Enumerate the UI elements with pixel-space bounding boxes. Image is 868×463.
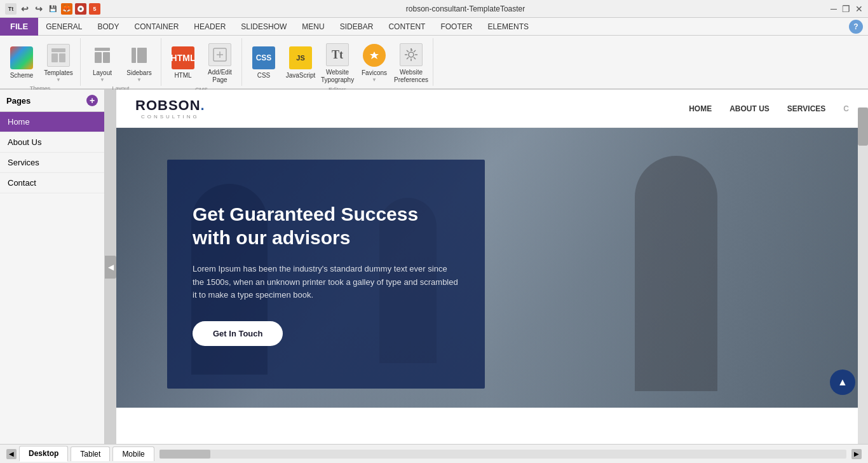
restore-button[interactable]: ❐ (842, 4, 850, 14)
scroll-thumb[interactable] (858, 107, 868, 146)
hero-body-text: Lorem Ipsum has been the industry's stan… (193, 263, 459, 302)
canvas-toggle-button[interactable]: ◀ (105, 256, 116, 279)
svg-rect-2 (51, 48, 65, 52)
scheme-tool[interactable]: Scheme (4, 41, 39, 85)
hero-cta-button[interactable]: Get In Touch (193, 321, 283, 346)
javascript-tool[interactable]: JS JavaScript (283, 41, 318, 85)
svg-point-14 (409, 52, 414, 57)
menu-tab-body[interactable]: BODY (90, 18, 127, 36)
sidebar-header: Pages + (0, 90, 104, 112)
logo-text: ROBSON (135, 97, 201, 113)
addedit-icon (208, 43, 231, 66)
canvas-area: ◀ ROBSON. CONSULTING HOME ABOUT US SERVI… (105, 90, 868, 444)
tablet-tab[interactable]: Tablet (71, 446, 110, 461)
horizontal-scroll-thumb[interactable] (159, 450, 210, 459)
chrome-icon[interactable] (75, 3, 86, 15)
svg-rect-9 (137, 48, 147, 63)
css-label: CSS (257, 72, 271, 79)
svg-rect-5 (95, 48, 110, 51)
scroll-left-arrow[interactable]: ◀ (6, 449, 17, 459)
templates-tool[interactable]: Templates ▼ (41, 41, 76, 85)
nav-about[interactable]: ABOUT US (729, 104, 770, 113)
desktop-tab[interactable]: Desktop (19, 446, 68, 462)
title-bar-left: Tt ↩ ↪ 💾 🦊 5 (5, 3, 100, 15)
css-tool[interactable]: CSS CSS (246, 41, 281, 85)
svg-point-1 (79, 8, 82, 10)
css-icon: CSS (252, 46, 275, 69)
sidebars-label: Sidebars (126, 69, 151, 77)
menu-tab-content[interactable]: CONTENT (381, 18, 433, 36)
preferences-icon (400, 43, 423, 66)
svg-line-19 (407, 50, 409, 52)
firefox-icon[interactable]: 🦊 (61, 3, 72, 15)
svg-rect-6 (95, 52, 102, 63)
site-navigation: ROBSON. CONSULTING HOME ABOUT US SERVICE… (116, 90, 868, 128)
javascript-icon: JS (289, 46, 312, 69)
layout-section: Layout ▼ Sidebars ▼ (81, 38, 161, 85)
svg-rect-3 (51, 53, 58, 62)
html-label: HTML (174, 72, 191, 79)
menu-tab-slideshow[interactable]: SLIDESHOW (233, 18, 294, 36)
preferences-label: WebsitePreferences (394, 69, 428, 84)
logo-subtitle: CONSULTING (135, 114, 205, 120)
scroll-up-button[interactable]: ▲ (830, 370, 855, 395)
html5-icon: 5 (89, 3, 100, 15)
svg-rect-7 (103, 52, 110, 63)
menu-tab-container[interactable]: CONTAINER (127, 18, 187, 36)
addedit-tool[interactable]: Add/EditPage (202, 41, 238, 86)
menu-tab-sidebar[interactable]: SIDEBAR (332, 18, 381, 36)
window-controls: ─ ❐ ✕ (831, 4, 863, 14)
mobile-tab[interactable]: Mobile (112, 446, 154, 461)
cms-section: HTML HTML Add/EditPage (161, 38, 241, 86)
nav-services[interactable]: SERVICES (787, 104, 825, 113)
hero-section: Get Guaranteed Success with our advisors… (116, 128, 868, 408)
page-item-home[interactable]: Home (0, 112, 104, 132)
save-icon[interactable]: 💾 (47, 3, 58, 15)
nav-home[interactable]: HOME (689, 104, 712, 113)
sidebars-tool[interactable]: Sidebars ▼ (121, 41, 157, 85)
title-bar-icons: Tt ↩ ↪ 💾 🦊 5 (5, 3, 100, 15)
scheme-label: Scheme (10, 72, 34, 79)
nav-more[interactable]: C (843, 104, 849, 113)
preferences-tool[interactable]: WebsitePreferences (393, 41, 429, 86)
site-logo: ROBSON. CONSULTING (135, 97, 205, 120)
redo-icon[interactable]: ↪ (33, 3, 44, 15)
typography-label: WebsiteTypography (321, 69, 354, 84)
typography-tool[interactable]: Tt WebsiteTypography (320, 41, 355, 86)
hero-content-overlay: Get Guaranteed Success with our advisors… (167, 160, 485, 389)
logo-dot: . (201, 97, 205, 113)
templates-label: Templates (44, 69, 73, 77)
html-tool[interactable]: HTML HTML (165, 41, 201, 85)
favicons-tool[interactable]: Favicons ▼ (356, 41, 392, 85)
page-item-services[interactable]: Services (0, 153, 104, 173)
vertical-scrollbar[interactable] (858, 107, 868, 444)
svg-rect-4 (59, 53, 65, 62)
page-item-about[interactable]: About Us (0, 132, 104, 153)
sidebar-panel: Pages + Home About Us Services Contact (0, 90, 105, 444)
layout-tool[interactable]: Layout ▼ (85, 41, 120, 85)
bottom-bar: ◀ Desktop Tablet Mobile ▶ (0, 444, 868, 463)
undo-icon[interactable]: ↩ (19, 3, 31, 15)
editors-section: CSS CSS JS JavaScript Tt WebsiteTypograp… (242, 38, 433, 86)
minimize-button[interactable]: ─ (831, 4, 837, 14)
sidebar-title: Pages (6, 96, 31, 106)
menu-tabs-bar: FILE GENERAL BODY CONTAINER HEADER SLIDE… (0, 18, 868, 36)
menu-tab-menu[interactable]: MENU (294, 18, 332, 36)
menu-tab-header[interactable]: HEADER (186, 18, 233, 36)
themes-section: Scheme Templates ▼ (0, 38, 80, 85)
menu-tab-elements[interactable]: ELEMENTS (480, 18, 536, 36)
add-page-button[interactable]: + (86, 95, 98, 106)
scroll-right-arrow[interactable]: ▶ (851, 449, 862, 459)
close-button[interactable]: ✕ (855, 4, 863, 14)
typography-icon: Tt (326, 43, 349, 66)
sidebars-icon (128, 44, 151, 67)
horizontal-scrollbar[interactable] (159, 450, 846, 459)
page-item-contact[interactable]: Contact (0, 173, 104, 193)
menu-tab-footer[interactable]: FOOTER (433, 18, 480, 36)
javascript-label: JavaScript (286, 72, 316, 79)
menu-tab-general[interactable]: GENERAL (38, 18, 90, 36)
help-button[interactable]: ? (849, 20, 863, 34)
svg-line-21 (414, 50, 416, 52)
file-menu[interactable]: FILE (0, 18, 38, 36)
html5-tool-icon: HTML (172, 46, 194, 69)
